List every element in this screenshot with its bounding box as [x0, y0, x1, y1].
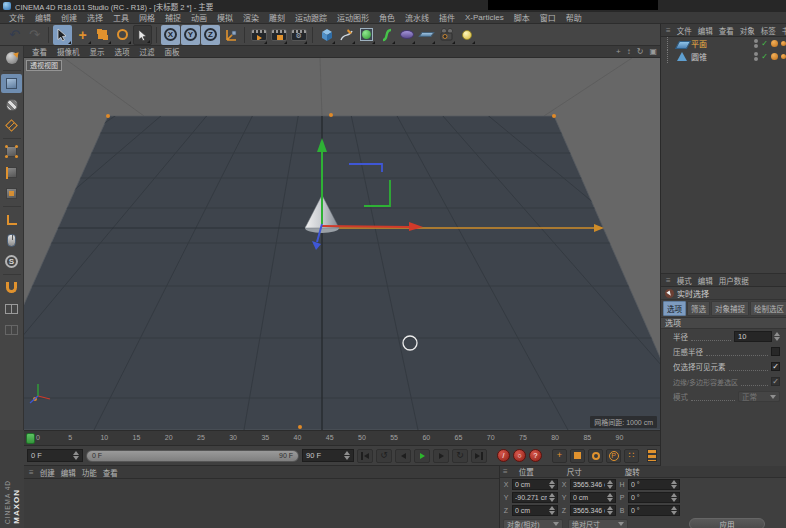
add-deformer-button[interactable]: [377, 25, 396, 45]
menu-item[interactable]: 窗口: [535, 12, 561, 23]
viewport-menu-item[interactable]: 查看: [27, 46, 52, 57]
menu-item[interactable]: 渲染: [238, 12, 264, 23]
points-mode-button[interactable]: [1, 142, 22, 161]
rotate-view-icon[interactable]: ↻: [634, 48, 647, 56]
enabled-check-icon[interactable]: ✓: [761, 53, 768, 61]
object-name[interactable]: 圆锥: [691, 51, 751, 62]
size-y-field[interactable]: 0 cm: [570, 492, 616, 503]
object-manager-menu-item[interactable]: 文件: [674, 25, 695, 36]
viewport-name-label[interactable]: 透视视图: [26, 60, 62, 71]
object-name[interactable]: 平面: [691, 38, 751, 49]
timeline-playhead[interactable]: [26, 433, 35, 444]
attribute-tab[interactable]: 对象捕捉: [711, 301, 749, 316]
record-keyframe-button[interactable]: /: [497, 449, 510, 462]
polygons-mode-button[interactable]: [1, 184, 22, 203]
menu-item[interactable]: 文件: [4, 12, 30, 23]
record-position-button[interactable]: +: [552, 449, 567, 463]
tag-dot-icon[interactable]: [781, 54, 786, 59]
object-type-icon[interactable]: [676, 38, 688, 49]
rotation-b-field[interactable]: 0 °: [628, 505, 680, 516]
attribute-tab[interactable]: 选项: [663, 301, 686, 316]
panel-menu-icon[interactable]: ≡: [500, 467, 511, 476]
coordinate-system-button[interactable]: [221, 25, 240, 45]
pan-view-icon[interactable]: +: [613, 48, 624, 56]
scale-tool-button[interactable]: [93, 25, 112, 45]
play-forward-button[interactable]: [414, 449, 430, 463]
autokeying-button[interactable]: ○: [513, 449, 526, 462]
add-primitive-button[interactable]: [317, 25, 336, 45]
visibility-dots[interactable]: [754, 52, 758, 61]
next-frame-button[interactable]: [433, 449, 449, 463]
render-picture-viewer-button[interactable]: [269, 25, 288, 45]
size-x-field[interactable]: 3565.346 cm: [570, 479, 616, 490]
last-used-tool-button[interactable]: [133, 25, 152, 45]
menu-item[interactable]: 网格: [134, 12, 160, 23]
menu-item[interactable]: 运动跟踪: [290, 12, 332, 23]
phong-tag-icon[interactable]: [771, 40, 778, 47]
add-spline-button[interactable]: [337, 25, 356, 45]
lock-x-axis-button[interactable]: X: [161, 25, 180, 45]
sound-toggle-button[interactable]: [647, 449, 657, 462]
menu-item[interactable]: 角色: [374, 12, 400, 23]
attribute-tab[interactable]: 筛选: [687, 301, 710, 316]
convert-editable-object-button[interactable]: [1, 48, 22, 67]
viewport-menu-item[interactable]: 面板: [160, 46, 185, 57]
object-manager-menu-item[interactable]: 标签: [758, 25, 779, 36]
workplane-mode-button[interactable]: [1, 116, 22, 135]
menu-item[interactable]: 运动图形: [332, 12, 374, 23]
point-level-animation-button[interactable]: ∷: [624, 449, 639, 463]
spinner-icon[interactable]: [344, 451, 350, 460]
pressure-radius-checkbox[interactable]: [771, 347, 780, 356]
render-settings-button[interactable]: [289, 25, 308, 45]
record-scale-button[interactable]: [570, 449, 585, 463]
lock-y-axis-button[interactable]: Y: [181, 25, 200, 45]
size-mode-dropdown[interactable]: 绝对尺寸: [568, 519, 628, 528]
toggle-view-icon[interactable]: ▣: [646, 48, 660, 56]
attribute-tab[interactable]: 绘制选区: [750, 301, 786, 316]
menu-item[interactable]: 脚本: [509, 12, 535, 23]
position-y-field[interactable]: -90.271 cm: [512, 492, 558, 503]
add-environment-button[interactable]: [397, 25, 416, 45]
attribute-manager-menu-item[interactable]: 用户数据: [716, 275, 752, 286]
perspective-viewport[interactable]: 查看 摄像机 显示 选项 过滤 面板 + ↕ ↻ ▣: [24, 46, 660, 430]
timeline-ruler[interactable]: 051015202530354045505560657075808590: [24, 430, 660, 446]
material-manager-menu-item[interactable]: 编辑: [58, 467, 79, 478]
panel-menu-icon[interactable]: ≡: [663, 26, 674, 35]
position-z-field[interactable]: 0 cm: [512, 505, 558, 516]
go-to-start-button[interactable]: [357, 449, 373, 463]
lock-z-axis-button[interactable]: Z: [201, 25, 220, 45]
radius-field[interactable]: 10: [734, 331, 772, 342]
size-z-field[interactable]: 3565.346 cm: [570, 505, 616, 516]
viewport-canvas[interactable]: [24, 58, 660, 430]
menu-item[interactable]: 编辑: [30, 12, 56, 23]
previous-frame-button[interactable]: [395, 449, 411, 463]
coordinate-mode-dropdown[interactable]: 对象(相对): [503, 519, 563, 528]
add-light-button[interactable]: [457, 25, 476, 45]
object-manager-menu-item[interactable]: 编辑: [695, 25, 716, 36]
edges-mode-button[interactable]: [1, 163, 22, 182]
material-manager-menu-item[interactable]: 查看: [100, 467, 121, 478]
viewport-menu-item[interactable]: 选项: [110, 46, 135, 57]
phong-tag-icon[interactable]: [771, 53, 778, 60]
viewport-solo-button[interactable]: S: [1, 252, 22, 271]
menu-item[interactable]: 帮助: [561, 12, 587, 23]
visible-only-checkbox[interactable]: ✓: [771, 362, 780, 371]
zoom-view-icon[interactable]: ↕: [624, 48, 634, 56]
add-camera-button[interactable]: [437, 25, 456, 45]
menu-item[interactable]: 流水线: [400, 12, 434, 23]
apply-button[interactable]: 应用: [689, 518, 765, 528]
menu-item[interactable]: 创建: [56, 12, 82, 23]
material-manager-menu-item[interactable]: 创建: [37, 467, 58, 478]
viewport-menu-item[interactable]: 摄像机: [52, 46, 85, 57]
redo-icon[interactable]: ↷: [25, 25, 44, 45]
record-rotation-button[interactable]: [588, 449, 603, 463]
material-manager-menu-item[interactable]: 功能: [79, 467, 100, 478]
object-manager-menu-item[interactable]: 查看: [716, 25, 737, 36]
object-row[interactable]: 圆锥 ✓: [661, 50, 786, 63]
enable-axis-button[interactable]: [1, 210, 22, 229]
move-tool-button[interactable]: +: [73, 25, 92, 45]
rotation-p-field[interactable]: 0 °: [628, 492, 680, 503]
rotation-h-field[interactable]: 0 °: [628, 479, 680, 490]
rotate-tool-button[interactable]: [113, 25, 132, 45]
start-frame-field[interactable]: 0 F: [27, 449, 83, 462]
